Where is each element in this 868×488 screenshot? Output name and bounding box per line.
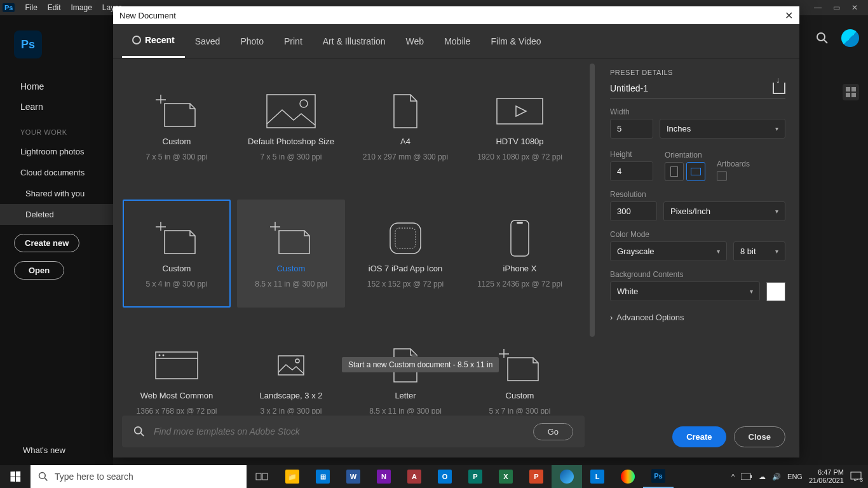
avatar[interactable] xyxy=(841,29,859,47)
tab-photo[interactable]: Photo xyxy=(230,24,274,58)
svg-line-1 xyxy=(824,40,827,43)
taskbar-search[interactable]: Type here to search xyxy=(31,465,247,488)
create-new-button[interactable]: Create new xyxy=(14,234,79,252)
tab-film[interactable]: Film & Video xyxy=(480,24,551,58)
skype-icon[interactable]: L xyxy=(582,465,613,488)
search-icon[interactable] xyxy=(816,32,829,44)
maximize-icon[interactable]: ▭ xyxy=(833,3,840,12)
chevron-down-icon: ▾ xyxy=(775,208,778,215)
background-swatch[interactable] xyxy=(766,282,785,301)
sidebar-item-cloud[interactable]: Cloud documents xyxy=(0,162,113,183)
height-label: Height xyxy=(610,150,653,159)
menu-file[interactable]: File xyxy=(20,3,42,12)
document-name-input[interactable] xyxy=(610,83,773,93)
width-label: Width xyxy=(610,107,785,116)
preset-subtitle: 5 x 7 in @ 300 ppi xyxy=(489,407,551,415)
tab-recent[interactable]: Recent xyxy=(122,24,185,58)
preset-card[interactable]: HDTV 1080p1920 x 1080 px @ 72 ppi xyxy=(466,72,574,180)
view-grid-icon[interactable] xyxy=(843,84,859,100)
resolution-units-select[interactable]: Pixels/Inch▾ xyxy=(663,201,785,221)
tab-print[interactable]: Print xyxy=(274,24,313,58)
preset-title: Custom xyxy=(506,391,534,400)
preset-card[interactable]: Landscape, 3 x 23 x 2 in @ 300 ppi xyxy=(237,327,345,414)
creative-cloud-icon[interactable] xyxy=(613,465,643,488)
notifications-icon[interactable]: 3 xyxy=(850,471,862,482)
width-input[interactable] xyxy=(610,119,653,139)
photoshop-taskbar-icon[interactable]: Ps xyxy=(643,465,674,488)
svg-rect-15 xyxy=(156,352,198,379)
bit-depth-select[interactable]: 8 bit▾ xyxy=(733,241,785,261)
save-preset-icon[interactable] xyxy=(773,83,785,94)
onedrive-icon[interactable]: ☁ xyxy=(759,473,766,481)
language-indicator[interactable]: ENG xyxy=(787,473,803,480)
artboards-checkbox[interactable] xyxy=(717,171,727,181)
sidebar-item-lightroom[interactable]: Lightroom photos xyxy=(0,141,113,162)
tab-art[interactable]: Art & Illustration xyxy=(313,24,396,58)
height-input[interactable] xyxy=(610,161,653,181)
start-button[interactable] xyxy=(0,465,31,488)
image-icon xyxy=(263,92,319,130)
svg-rect-6 xyxy=(497,98,543,124)
word-icon[interactable]: W xyxy=(338,465,369,488)
resolution-input[interactable] xyxy=(610,201,657,221)
preset-card[interactable]: Custom7 x 5 in @ 300 ppi xyxy=(123,72,231,180)
svg-point-18 xyxy=(163,354,165,356)
preset-subtitle: 3 x 2 in @ 300 ppi xyxy=(261,407,322,415)
preset-card[interactable]: A4210 x 297 mm @ 300 ppi xyxy=(351,72,459,180)
preset-card[interactable]: iPhone X1125 x 2436 px @ 72 ppi xyxy=(466,200,574,308)
outlook-icon[interactable]: O xyxy=(430,465,460,488)
close-icon[interactable]: ✕ xyxy=(851,3,858,12)
onenote-icon[interactable]: N xyxy=(369,465,399,488)
sidebar-home[interactable]: Home xyxy=(0,76,113,97)
orientation-landscape-button[interactable] xyxy=(686,162,705,181)
battery-icon[interactable] xyxy=(741,473,752,480)
sidebar-learn[interactable]: Learn xyxy=(0,97,113,117)
taskbar-clock[interactable]: 6:47 PM 21/06/2021 xyxy=(809,468,844,485)
preset-title: HDTV 1080p xyxy=(496,137,543,146)
color-mode-select[interactable]: Grayscale▾ xyxy=(610,241,727,261)
preset-card[interactable]: iOS 7 iPad App Icon152 x 152 px @ 72 ppi xyxy=(351,200,459,308)
svg-line-24 xyxy=(141,433,144,437)
volume-icon[interactable]: 🔊 xyxy=(772,473,781,481)
preset-card[interactable]: Custom5 x 4 in @ 300 ppi xyxy=(123,200,231,308)
whats-new-link[interactable]: What's new xyxy=(23,445,65,455)
edge-icon[interactable] xyxy=(552,465,582,488)
menu-image[interactable]: Image xyxy=(66,3,97,12)
go-button[interactable]: Go xyxy=(533,423,573,440)
store-icon[interactable]: ⊞ xyxy=(308,465,338,488)
file-explorer-icon[interactable]: 📁 xyxy=(277,465,308,488)
open-button[interactable]: Open xyxy=(14,261,64,280)
svg-point-5 xyxy=(300,100,308,107)
excel-icon[interactable]: X xyxy=(491,465,521,488)
tray-chevron-icon[interactable]: ^ xyxy=(731,473,735,480)
tab-saved[interactable]: Saved xyxy=(185,24,231,58)
stock-search-input[interactable] xyxy=(154,426,524,437)
powerpoint-icon[interactable]: P xyxy=(521,465,552,488)
svg-rect-19 xyxy=(278,356,304,375)
advanced-options-toggle[interactable]: ›Advanced Options xyxy=(610,313,785,322)
preset-subtitle: 152 x 152 px @ 72 ppi xyxy=(367,280,444,288)
units-select[interactable]: Inches▾ xyxy=(660,119,785,139)
preset-card[interactable]: Default Photoshop Size7 x 5 in @ 300 ppi xyxy=(237,72,345,180)
publisher-icon[interactable]: P xyxy=(460,465,491,488)
orientation-portrait-button[interactable] xyxy=(665,162,684,181)
tab-mobile[interactable]: Mobile xyxy=(434,24,480,58)
preset-card[interactable]: Web Most Common1366 x 768 px @ 72 ppi xyxy=(123,327,231,414)
chevron-down-icon: ▾ xyxy=(717,248,720,255)
menu-edit[interactable]: Edit xyxy=(43,3,66,12)
app-header-right xyxy=(816,29,859,47)
artboards-label: Artboards xyxy=(717,159,750,168)
sidebar-item-deleted[interactable]: Deleted xyxy=(0,204,113,225)
access-icon[interactable]: A xyxy=(399,465,430,488)
create-button[interactable]: Create xyxy=(672,426,726,447)
preset-card[interactable]: Custom8.5 x 11 in @ 300 ppi xyxy=(237,200,345,308)
background-select[interactable]: White▾ xyxy=(610,281,760,301)
minimize-icon[interactable]: — xyxy=(814,3,822,12)
sidebar-item-shared[interactable]: Shared with you xyxy=(0,183,113,204)
dialog-close-icon[interactable]: ✕ xyxy=(785,10,793,22)
task-view-icon[interactable] xyxy=(247,465,277,488)
tab-web[interactable]: Web xyxy=(396,24,435,58)
image-small-icon xyxy=(263,346,319,384)
close-button[interactable]: Close xyxy=(734,426,785,447)
scrollbar[interactable] xyxy=(590,64,595,407)
